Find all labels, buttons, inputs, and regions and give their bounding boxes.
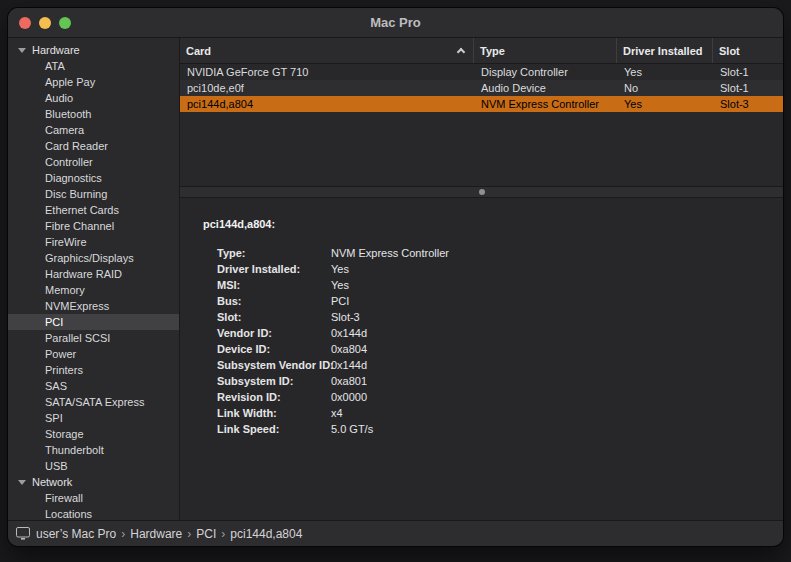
sidebar-item-card-reader[interactable]: Card Reader bbox=[8, 138, 179, 154]
column-header-label: Driver Installed bbox=[623, 45, 702, 57]
sidebar-item-spi[interactable]: SPI bbox=[8, 410, 179, 426]
cell-card: pci144d,a804 bbox=[180, 96, 474, 112]
sort-ascending-icon bbox=[457, 48, 465, 56]
breadcrumb-separator: › bbox=[187, 527, 191, 541]
sidebar-section-hardware[interactable]: Hardware bbox=[8, 42, 179, 58]
field-value: 0xa804 bbox=[331, 341, 367, 357]
sidebar-item-disc-burning[interactable]: Disc Burning bbox=[8, 186, 179, 202]
disclosure-triangle-icon[interactable] bbox=[18, 48, 26, 53]
cell-slot: Slot-1 bbox=[713, 80, 783, 96]
detail-field-driver-installed: Driver Installed:Yes bbox=[203, 261, 773, 277]
breadcrumb: user’s Mac Pro›Hardware›PCI›pci144d,a804 bbox=[36, 527, 302, 541]
sidebar-item-usb[interactable]: USB bbox=[8, 458, 179, 474]
sidebar-item-ethernet-cards[interactable]: Ethernet Cards bbox=[8, 202, 179, 218]
sidebar-item-printers[interactable]: Printers bbox=[8, 362, 179, 378]
sidebar-item-audio[interactable]: Audio bbox=[8, 90, 179, 106]
field-label: Link Width: bbox=[217, 405, 331, 421]
sidebar-item-locations[interactable]: Locations bbox=[8, 506, 179, 520]
field-label: Vendor ID: bbox=[217, 325, 331, 341]
breadcrumb-separator: › bbox=[221, 527, 225, 541]
column-header-label: Card bbox=[186, 45, 211, 57]
breadcrumb-segment-pci: PCI bbox=[196, 527, 216, 541]
cell-driver: Yes bbox=[617, 96, 713, 112]
field-label: Link Speed: bbox=[217, 421, 331, 437]
detail-field-msi: MSI:Yes bbox=[203, 277, 773, 293]
breadcrumb-segment-user-s-mac-pro: user’s Mac Pro bbox=[36, 527, 116, 541]
field-label: Driver Installed: bbox=[217, 261, 331, 277]
sidebar-item-controller[interactable]: Controller bbox=[8, 154, 179, 170]
field-label: Subsystem Vendor ID: bbox=[217, 357, 331, 373]
sidebar-item-parallel-scsi[interactable]: Parallel SCSI bbox=[8, 330, 179, 346]
sidebar-section-network[interactable]: Network bbox=[8, 474, 179, 490]
field-label: Revision ID: bbox=[217, 389, 331, 405]
field-label: Bus: bbox=[217, 293, 331, 309]
detail-field-link-speed: Link Speed:5.0 GT/s bbox=[203, 421, 773, 437]
column-header-card[interactable]: Card bbox=[180, 38, 474, 63]
field-value: 0x144d bbox=[331, 357, 367, 373]
field-value: x4 bbox=[331, 405, 343, 421]
sidebar-item-sata-sata-express[interactable]: SATA/SATA Express bbox=[8, 394, 179, 410]
sidebar-item-camera[interactable]: Camera bbox=[8, 122, 179, 138]
cell-driver: Yes bbox=[617, 64, 713, 80]
computer-icon bbox=[16, 527, 30, 540]
disclosure-triangle-icon[interactable] bbox=[18, 480, 26, 485]
column-header-driver-installed[interactable]: Driver Installed bbox=[617, 38, 713, 63]
column-header-type[interactable]: Type bbox=[474, 38, 617, 63]
sidebar-item-apple-pay[interactable]: Apple Pay bbox=[8, 74, 179, 90]
sidebar-item-fibre-channel[interactable]: Fibre Channel bbox=[8, 218, 179, 234]
table-row-pci144d-a804[interactable]: pci144d,a804NVM Express ControllerYesSlo… bbox=[180, 96, 783, 112]
sidebar-item-storage[interactable]: Storage bbox=[8, 426, 179, 442]
sidebar-item-nvmexpress[interactable]: NVMExpress bbox=[8, 298, 179, 314]
window-controls bbox=[19, 8, 71, 37]
sidebar-item-firewire[interactable]: FireWire bbox=[8, 234, 179, 250]
detail-field-type: Type:NVM Express Controller bbox=[203, 245, 773, 261]
sidebar-section-label: Network bbox=[32, 476, 72, 488]
cell-card: NVIDIA GeForce GT 710 bbox=[180, 64, 474, 80]
sidebar-item-pci[interactable]: PCI bbox=[8, 314, 179, 330]
sidebar-item-graphics-displays[interactable]: Graphics/Displays bbox=[8, 250, 179, 266]
breadcrumb-separator: › bbox=[121, 527, 125, 541]
minimize-button[interactable] bbox=[39, 17, 51, 29]
sidebar-tree: HardwareATAApple PayAudioBluetoothCamera… bbox=[8, 42, 179, 520]
field-value: PCI bbox=[331, 293, 349, 309]
close-button[interactable] bbox=[19, 17, 31, 29]
sidebar: HardwareATAApple PayAudioBluetoothCamera… bbox=[8, 38, 180, 520]
cell-slot: Slot-3 bbox=[713, 96, 783, 112]
splitter-handle[interactable] bbox=[180, 186, 783, 198]
detail-field-device-id: Device ID:0xa804 bbox=[203, 341, 773, 357]
sidebar-item-memory[interactable]: Memory bbox=[8, 282, 179, 298]
sidebar-item-ata[interactable]: ATA bbox=[8, 58, 179, 74]
cell-type: Display Controller bbox=[474, 64, 617, 80]
main-panel: CardTypeDriver InstalledSlot NVIDIA GeFo… bbox=[180, 38, 783, 520]
cell-card: pci10de,e0f bbox=[180, 80, 474, 96]
detail-field-subsystem-id: Subsystem ID:0xa801 bbox=[203, 373, 773, 389]
sidebar-item-firewall[interactable]: Firewall bbox=[8, 490, 179, 506]
column-header-label: Type bbox=[480, 45, 505, 57]
field-value: 0x0000 bbox=[331, 389, 367, 405]
zoom-button[interactable] bbox=[59, 17, 71, 29]
sidebar-item-sas[interactable]: SAS bbox=[8, 378, 179, 394]
table-row-pci10de-e0f[interactable]: pci10de,e0fAudio DeviceNoSlot-1 bbox=[180, 80, 783, 96]
sidebar-item-hardware-raid[interactable]: Hardware RAID bbox=[8, 266, 179, 282]
field-value: NVM Express Controller bbox=[331, 245, 449, 261]
window-content: HardwareATAApple PayAudioBluetoothCamera… bbox=[8, 38, 783, 520]
sidebar-item-bluetooth[interactable]: Bluetooth bbox=[8, 106, 179, 122]
detail-panel: pci144d,a804: Type:NVM Express Controlle… bbox=[180, 198, 783, 520]
sidebar-item-diagnostics[interactable]: Diagnostics bbox=[8, 170, 179, 186]
field-value: Slot-3 bbox=[331, 309, 360, 325]
detail-field-vendor-id: Vendor ID:0x144d bbox=[203, 325, 773, 341]
cell-type: Audio Device bbox=[474, 80, 617, 96]
cell-type: NVM Express Controller bbox=[474, 96, 617, 112]
splitter-grip-icon bbox=[479, 189, 485, 195]
table-row-nvidia-geforce-gt-710[interactable]: NVIDIA GeForce GT 710Display ControllerY… bbox=[180, 64, 783, 80]
detail-field-revision-id: Revision ID:0x0000 bbox=[203, 389, 773, 405]
field-label: Slot: bbox=[217, 309, 331, 325]
window-titlebar[interactable]: Mac Pro bbox=[8, 8, 783, 38]
status-bar: user’s Mac Pro›Hardware›PCI›pci144d,a804 bbox=[8, 520, 783, 546]
column-header-label: Slot bbox=[719, 45, 740, 57]
detail-field-link-width: Link Width:x4 bbox=[203, 405, 773, 421]
detail-field-slot: Slot:Slot-3 bbox=[203, 309, 773, 325]
sidebar-item-thunderbolt[interactable]: Thunderbolt bbox=[8, 442, 179, 458]
sidebar-item-power[interactable]: Power bbox=[8, 346, 179, 362]
column-header-slot[interactable]: Slot bbox=[713, 38, 783, 63]
